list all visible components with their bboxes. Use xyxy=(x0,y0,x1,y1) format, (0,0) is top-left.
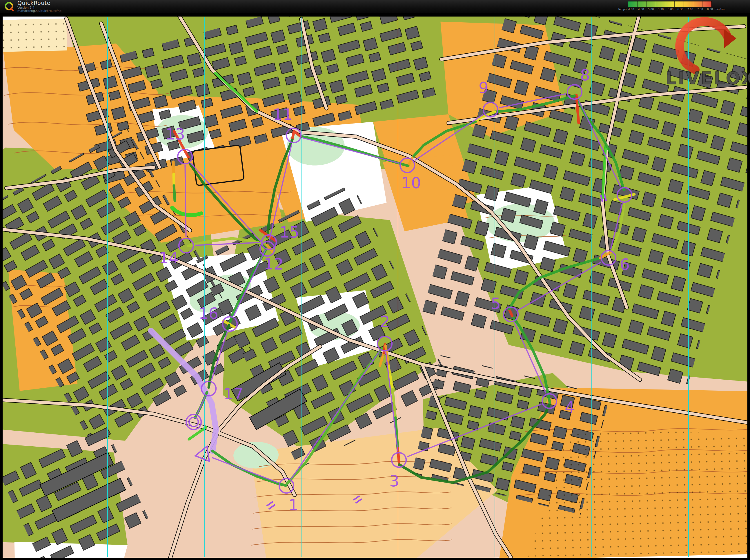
tempo-tick: 8:00 xyxy=(707,8,713,11)
app-url: matstroeng.se/quickroute/no xyxy=(17,9,61,13)
route-segment xyxy=(174,186,175,201)
tempo-unit: min/km xyxy=(713,8,725,11)
control-number: 14 xyxy=(159,249,179,267)
control-number: 9 xyxy=(479,79,488,97)
title-bar: QuickRoute Versjon 2.4 matstroeng.se/qui… xyxy=(0,0,750,13)
tempo-tick: 4:00 xyxy=(628,8,634,11)
tempo-legend: Tempo 4:004:305:005:306:006:307:007:308:… xyxy=(609,1,731,11)
map-canvas[interactable]: LIVELOX 123456891011121314151617 xyxy=(0,0,750,560)
app-title: QuickRoute xyxy=(17,0,61,6)
tempo-tick: 6:00 xyxy=(668,8,673,11)
map-artwork xyxy=(0,0,750,560)
tempo-tick: 7:00 xyxy=(687,8,693,11)
control-number: 3 xyxy=(389,472,399,490)
control-number: 15 xyxy=(280,223,300,241)
tempo-tick-labels: 4:004:305:005:306:006:307:007:308:00 xyxy=(628,8,713,11)
tempo-tick: 6:30 xyxy=(677,8,683,11)
quickroute-window: LIVELOX 123456891011121314151617 QuickRo… xyxy=(0,0,750,560)
tempo-tick: 5:30 xyxy=(658,8,664,11)
livelox-text: LIVELOX xyxy=(666,68,750,88)
control-number: 4 xyxy=(565,398,574,417)
control-number: 16 xyxy=(199,304,219,322)
control-number: 10 xyxy=(401,174,421,192)
tempo-label: Tempo xyxy=(609,8,628,11)
route-segment xyxy=(174,174,174,186)
tempo-tick: 4:30 xyxy=(638,8,644,11)
control-number: 13 xyxy=(165,125,185,143)
quickroute-logo-icon xyxy=(3,1,15,12)
tempo-gradient-bar xyxy=(628,1,712,7)
control-number: 8 xyxy=(580,66,590,84)
control-number: 2 xyxy=(380,312,390,331)
control-number: 6 xyxy=(620,255,630,274)
tempo-tick: 5:00 xyxy=(648,8,654,11)
control-number: 1 xyxy=(288,496,298,514)
control-number: 12 xyxy=(264,255,284,273)
control-number: 11 xyxy=(273,105,293,123)
tempo-tick: 7:30 xyxy=(697,8,703,11)
control-number: 17 xyxy=(224,385,244,403)
control-number: 5 xyxy=(491,294,501,313)
